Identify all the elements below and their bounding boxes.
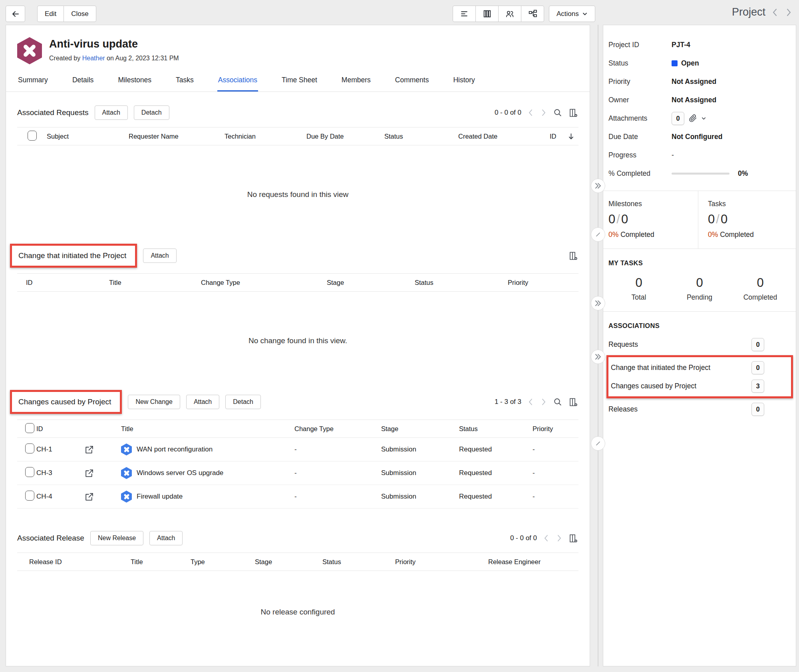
resize-handle[interactable]: [591, 227, 605, 242]
attachments-chevron-down-icon[interactable]: [701, 116, 706, 121]
paperclip-icon[interactable]: [688, 113, 698, 123]
col-technician[interactable]: Technician: [225, 133, 306, 140]
col-priority[interactable]: Priority: [533, 425, 578, 433]
back-button[interactable]: [6, 6, 25, 22]
changes-caused-search-icon[interactable]: [553, 397, 562, 407]
col-stage[interactable]: Stage: [255, 558, 322, 566]
col-requester-name[interactable]: Requester Name: [129, 133, 225, 140]
col-priority[interactable]: Priority: [508, 279, 578, 286]
hierarchy-view-button[interactable]: [521, 6, 544, 22]
release-prev-page-icon[interactable]: [543, 534, 550, 543]
priority-value[interactable]: Not Assigned: [672, 78, 716, 86]
requests-next-page-icon[interactable]: [540, 108, 547, 117]
col-release-id[interactable]: Release ID: [29, 558, 131, 566]
associations-releases-row[interactable]: Releases 0: [608, 400, 791, 418]
changes-select-all-checkbox[interactable]: [25, 423, 34, 433]
change-row[interactable]: CH-4 Firewall update - Submission Reques…: [17, 485, 578, 509]
release-attach-button[interactable]: Attach: [149, 531, 183, 545]
requests-search-icon[interactable]: [553, 108, 562, 117]
associations-change-initiated-count[interactable]: 0: [751, 361, 764, 374]
change-title[interactable]: Firewall update: [137, 493, 183, 501]
col-stage[interactable]: Stage: [381, 425, 459, 433]
collapse-handle[interactable]: [591, 350, 605, 364]
change-initiated-attach-button[interactable]: Attach: [143, 249, 176, 263]
column-view-button[interactable]: [475, 6, 499, 22]
changes-caused-column-settings-icon[interactable]: [568, 397, 578, 407]
col-stage[interactable]: Stage: [327, 279, 415, 286]
author-link[interactable]: Heather: [82, 55, 105, 62]
associations-changes-caused-count[interactable]: 3: [751, 380, 764, 393]
previous-record-icon[interactable]: [771, 7, 779, 18]
tab-associations[interactable]: Associations: [217, 71, 258, 91]
my-tasks-pending-stat[interactable]: 0 Pending: [669, 276, 730, 302]
col-due-by-date[interactable]: Due By Date: [306, 133, 384, 140]
row-checkbox[interactable]: [25, 467, 34, 477]
tab-milestones[interactable]: Milestones: [117, 71, 152, 91]
open-in-new-window-icon[interactable]: [84, 445, 121, 455]
owner-value[interactable]: Not Assigned: [672, 96, 716, 104]
changes-caused-next-page-icon[interactable]: [540, 398, 547, 406]
row-checkbox[interactable]: [25, 443, 34, 453]
associations-requests-row[interactable]: Requests 0: [608, 335, 791, 354]
associations-changes-caused-row[interactable]: Changes caused by Project 3: [611, 377, 764, 395]
col-subject[interactable]: Subject: [47, 133, 129, 140]
release-column-settings-icon[interactable]: [568, 533, 578, 543]
tab-tasks[interactable]: Tasks: [175, 71, 195, 91]
col-created-date[interactable]: Created Date: [458, 133, 544, 140]
changes-caused-prev-page-icon[interactable]: [527, 398, 534, 406]
associations-requests-count[interactable]: 0: [751, 338, 764, 351]
change-title[interactable]: Windows server OS upgrade: [137, 469, 223, 477]
tab-members[interactable]: Members: [341, 71, 372, 91]
requests-prev-page-icon[interactable]: [527, 108, 534, 117]
change-row[interactable]: CH-3 Windows server OS upgrade - Submiss…: [17, 461, 578, 485]
col-id[interactable]: ID: [550, 133, 557, 140]
actions-button[interactable]: Actions: [549, 6, 595, 22]
gantt-view-button[interactable]: [453, 6, 476, 22]
close-button[interactable]: Close: [64, 6, 96, 22]
col-id[interactable]: ID: [17, 279, 109, 286]
tasks-stat[interactable]: Tasks 0/0 0% Completed: [698, 191, 796, 249]
attachments-count-badge[interactable]: 0: [672, 112, 684, 125]
col-id[interactable]: ID: [36, 425, 84, 433]
col-title[interactable]: Title: [109, 279, 201, 286]
edit-button[interactable]: Edit: [37, 6, 64, 22]
members-view-button[interactable]: [498, 6, 521, 22]
requests-column-settings-icon[interactable]: [568, 108, 578, 118]
my-tasks-total-stat[interactable]: 0 Total: [608, 276, 669, 302]
collapse-handle[interactable]: [591, 179, 605, 193]
new-release-button[interactable]: New Release: [90, 531, 143, 545]
changes-caused-detach-button[interactable]: Detach: [225, 395, 261, 409]
associations-change-initiated-row[interactable]: Change that initiated the Project 0: [611, 358, 764, 377]
my-tasks-completed-stat[interactable]: 0 Completed: [730, 276, 791, 302]
due-date-value[interactable]: Not Configured: [672, 133, 722, 141]
col-status[interactable]: Status: [384, 133, 458, 140]
col-type[interactable]: Type: [191, 558, 255, 566]
col-title[interactable]: Title: [121, 425, 294, 433]
resize-handle[interactable]: [591, 436, 605, 451]
change-row[interactable]: CH-1 WAN port reconfiguration - Submissi…: [17, 438, 578, 461]
requests-select-all-checkbox[interactable]: [28, 131, 37, 141]
change-initiated-column-settings-icon[interactable]: [568, 251, 578, 261]
tab-history[interactable]: History: [452, 71, 475, 91]
tab-comments[interactable]: Comments: [394, 71, 430, 91]
col-status[interactable]: Status: [459, 425, 533, 433]
col-release-engineer[interactable]: Release Engineer: [488, 558, 578, 566]
status-badge[interactable]: Open: [681, 59, 699, 68]
row-checkbox[interactable]: [25, 491, 34, 501]
next-record-icon[interactable]: [785, 7, 793, 18]
collapse-handle[interactable]: [591, 296, 605, 310]
new-change-button[interactable]: New Change: [128, 395, 180, 409]
requests-attach-button[interactable]: Attach: [95, 105, 128, 120]
col-status[interactable]: Status: [322, 558, 395, 566]
requests-detach-button[interactable]: Detach: [134, 105, 169, 120]
release-next-page-icon[interactable]: [556, 534, 562, 543]
associations-releases-count[interactable]: 0: [751, 403, 764, 416]
open-in-new-window-icon[interactable]: [84, 468, 121, 478]
col-status[interactable]: Status: [415, 279, 508, 286]
tab-details[interactable]: Details: [72, 71, 95, 91]
col-title[interactable]: Title: [131, 558, 191, 566]
col-change-type[interactable]: Change Type: [201, 279, 327, 286]
change-title[interactable]: WAN port reconfiguration: [137, 445, 213, 453]
tab-summary[interactable]: Summary: [17, 71, 49, 91]
sort-descending-icon[interactable]: [568, 133, 574, 140]
